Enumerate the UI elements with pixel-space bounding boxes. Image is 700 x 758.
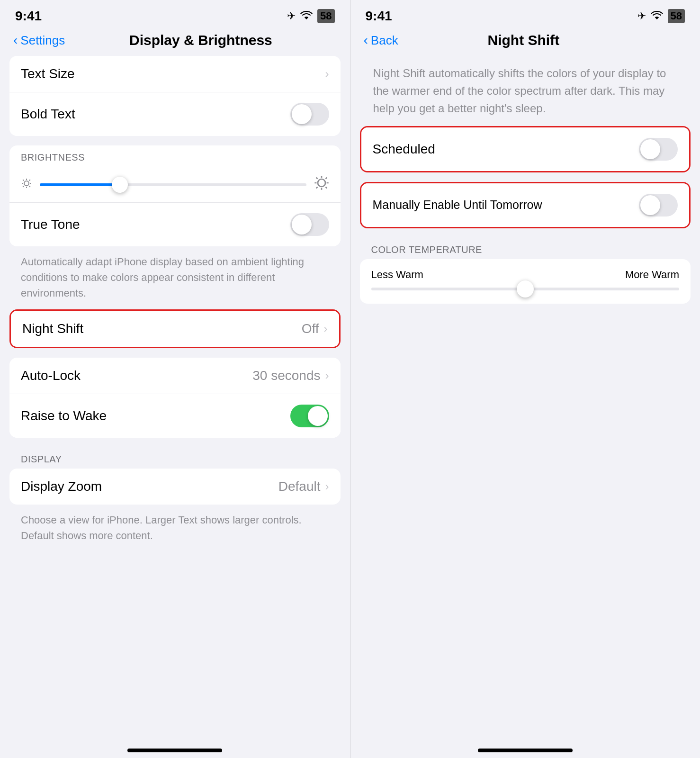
text-settings-group: Text Size › Bold Text — [9, 56, 341, 136]
right-panel: 9:41 ✈ 58 ‹ Back Night Shift Night Shift… — [350, 0, 700, 758]
scheduled-label: Scheduled — [373, 142, 435, 157]
page-title-right: Night Shift — [398, 32, 649, 48]
back-label-right[interactable]: Back — [371, 33, 398, 48]
text-size-value: › — [325, 67, 329, 81]
manually-label: Manually Enable Until Tomorrow — [373, 198, 542, 212]
color-temp-section-label: COLOR TEMPERATURE — [360, 238, 691, 259]
scheduled-group: Scheduled — [360, 126, 691, 172]
svg-line-8 — [29, 180, 30, 180]
night-shift-value: Off › — [302, 321, 328, 336]
wifi-icon-right — [651, 10, 663, 22]
svg-line-15 — [325, 187, 327, 189]
status-bar-right: 9:41 ✈ 58 — [350, 0, 700, 28]
text-size-row[interactable]: Text Size › — [9, 56, 341, 92]
true-tone-toggle[interactable] — [290, 213, 329, 236]
brightness-group: BRIGHTNESS True Tone — [9, 145, 341, 246]
svg-line-5 — [23, 180, 24, 180]
back-button-right[interactable]: ‹ Back — [364, 33, 398, 48]
night-shift-description: Night Shift automatically shifts the col… — [360, 56, 691, 126]
airplane-icon: ✈ — [287, 10, 296, 22]
more-warm-label: More Warm — [625, 269, 679, 281]
true-tone-desc: Automatically adapt iPhone display based… — [9, 249, 341, 309]
scheduled-toggle-thumb — [640, 139, 660, 159]
bold-text-toggle-thumb — [292, 104, 312, 124]
svg-line-14 — [316, 178, 317, 179]
svg-line-6 — [29, 186, 30, 187]
true-tone-row[interactable]: True Tone — [9, 203, 341, 246]
true-tone-toggle-thumb — [292, 215, 312, 235]
manually-group: Manually Enable Until Tomorrow — [360, 182, 691, 228]
display-zoom-value: Default › — [278, 479, 329, 494]
status-bar-left: 9:41 ✈ 58 — [0, 0, 350, 28]
raise-to-wake-label: Raise to Wake — [21, 408, 107, 424]
content-left: Text Size › Bold Text BRIGHTNESS — [0, 56, 350, 734]
status-time-left: 9:41 — [15, 9, 42, 24]
brightness-section-label: BRIGHTNESS — [9, 145, 341, 167]
display-zoom-desc: Choose a view for iPhone. Larger Text sh… — [9, 507, 341, 552]
back-button-left[interactable]: ‹ Settings — [13, 33, 65, 48]
bold-text-label: Bold Text — [21, 107, 75, 122]
nav-bar-right: ‹ Back Night Shift — [350, 28, 700, 56]
raise-to-wake-row[interactable]: Raise to Wake — [9, 394, 341, 438]
display-zoom-row[interactable]: Display Zoom Default › — [9, 469, 341, 505]
airplane-icon-right: ✈ — [637, 10, 646, 22]
manually-toggle[interactable] — [639, 194, 678, 217]
night-shift-chevron: › — [324, 322, 328, 335]
brightness-slider-row[interactable] — [9, 167, 341, 203]
color-temp-group: Less Warm More Warm — [360, 259, 691, 304]
svg-point-9 — [318, 179, 325, 187]
scheduled-toggle[interactable] — [639, 138, 678, 161]
content-right: Night Shift automatically shifts the col… — [350, 56, 700, 734]
brightness-slider-fill — [40, 183, 120, 186]
auto-lock-row[interactable]: Auto-Lock 30 seconds › — [9, 358, 341, 394]
brightness-low-icon — [21, 178, 32, 192]
less-warm-label: Less Warm — [371, 269, 423, 281]
auto-lock-value: 30 seconds › — [252, 368, 329, 383]
page-title-left: Display & Brightness — [65, 32, 336, 48]
raise-to-wake-toggle-thumb — [308, 406, 328, 426]
left-panel: 9:41 ✈ 58 ‹ Settings Display & Brightnes… — [0, 0, 350, 758]
text-size-label: Text Size — [21, 66, 75, 81]
auto-lock-chevron: › — [325, 369, 329, 382]
svg-line-17 — [325, 178, 327, 179]
true-tone-label: True Tone — [21, 217, 80, 232]
scheduled-row[interactable]: Scheduled — [361, 127, 690, 171]
lock-settings-group: Auto-Lock 30 seconds › Raise to Wake — [9, 358, 341, 438]
display-zoom-label: Display Zoom — [21, 479, 102, 494]
auto-lock-time: 30 seconds — [252, 368, 320, 383]
display-zoom-chevron: › — [325, 480, 329, 493]
color-temp-labels: Less Warm More Warm — [371, 269, 680, 281]
night-shift-group: Night Shift Off › — [9, 309, 341, 348]
battery-left: 58 — [317, 9, 334, 23]
text-size-chevron: › — [325, 67, 329, 81]
color-temp-slider[interactable] — [371, 288, 680, 290]
color-temp-thumb — [517, 280, 534, 298]
svg-line-7 — [23, 186, 24, 187]
status-icons-left: ✈ 58 — [287, 9, 334, 23]
brightness-high-icon — [314, 175, 329, 194]
home-bar-left — [127, 749, 222, 752]
home-indicator-left — [0, 734, 350, 758]
manually-toggle-thumb — [640, 195, 660, 215]
home-bar-right — [478, 749, 573, 752]
status-time-right: 9:41 — [366, 9, 392, 24]
display-zoom-status: Default — [278, 479, 321, 494]
bold-text-toggle[interactable] — [290, 103, 329, 126]
home-indicator-right — [350, 734, 700, 758]
display-section-label: DISPLAY — [9, 447, 341, 469]
svg-line-16 — [316, 187, 317, 189]
night-shift-status: Off — [302, 321, 319, 336]
display-zoom-group: Display Zoom Default › — [9, 469, 341, 505]
back-chevron-right: ‹ — [364, 33, 368, 48]
night-shift-row[interactable]: Night Shift Off › — [11, 311, 339, 347]
brightness-slider-thumb — [112, 177, 128, 193]
wifi-icon — [300, 10, 313, 22]
back-chevron-left: ‹ — [13, 33, 18, 48]
manually-row[interactable]: Manually Enable Until Tomorrow — [361, 183, 690, 227]
bold-text-row[interactable]: Bold Text — [9, 92, 341, 136]
brightness-slider-track[interactable] — [40, 183, 306, 186]
raise-to-wake-toggle[interactable] — [290, 405, 329, 427]
night-shift-label: Night Shift — [22, 321, 83, 336]
back-label-left[interactable]: Settings — [20, 33, 65, 48]
svg-point-0 — [24, 181, 29, 186]
